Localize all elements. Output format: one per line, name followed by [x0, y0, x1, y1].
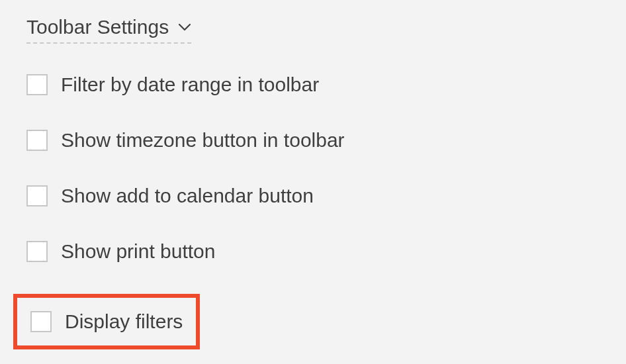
option-label: Filter by date range in toolbar [61, 73, 319, 97]
option-label: Show print button [61, 240, 215, 263]
option-label: Show timezone button in toolbar [61, 128, 345, 152]
checkbox[interactable] [26, 185, 48, 206]
option-show-print[interactable]: Show print button [26, 240, 600, 263]
option-filter-date-range[interactable]: Filter by date range in toolbar [26, 73, 600, 97]
section-title: Toolbar Settings [26, 16, 169, 38]
section-header-toolbar-settings[interactable]: Toolbar Settings [26, 16, 191, 44]
option-show-add-calendar[interactable]: Show add to calendar button [26, 184, 600, 208]
checkbox[interactable] [26, 74, 48, 95]
chevron-down-icon [178, 23, 191, 31]
option-label: Display filters [65, 310, 183, 334]
checkbox[interactable] [26, 130, 48, 151]
toolbar-settings-panel: Toolbar Settings Filter by date range in… [0, 0, 626, 364]
option-display-filters[interactable]: Display filters [13, 294, 200, 349]
option-show-timezone[interactable]: Show timezone button in toolbar [26, 128, 600, 152]
highlighted-option-wrapper: Display filters [26, 295, 600, 349]
checkbox[interactable] [26, 241, 48, 262]
checkbox[interactable] [30, 311, 52, 332]
option-label: Show add to calendar button [61, 184, 314, 208]
